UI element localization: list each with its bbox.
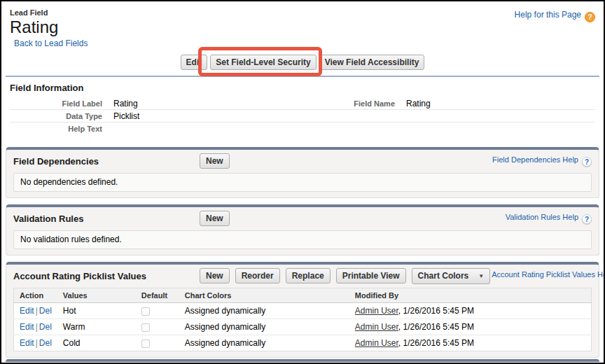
help-icon[interactable]: ? <box>585 12 595 22</box>
help-text-label: Help Text <box>10 125 113 133</box>
chart-color-value: Assigned dynamically <box>179 319 349 335</box>
entity-label: Lead Field <box>10 8 595 18</box>
action-separator: | <box>36 338 38 348</box>
validation-rules-title: Validation Rules <box>13 214 198 224</box>
field-information-left-column: Field Label Rating Data Type Picklist He… <box>10 97 302 135</box>
printable-view-button[interactable]: Printable View <box>336 268 406 284</box>
detail-toolbar: EditSet Field-Level SecurityView Field A… <box>6 49 599 77</box>
modified-by-link[interactable]: Admin User <box>355 306 398 316</box>
column-header-values: Values <box>57 288 136 303</box>
modified-date: , 1/26/2016 5:45 PM <box>398 306 474 316</box>
modified-by-link[interactable]: Admin User <box>355 338 398 348</box>
field-dependencies-section: Field Dependencies New Field Dependencie… <box>6 147 599 198</box>
action-separator: | <box>36 322 38 332</box>
replace-button[interactable]: Replace <box>286 268 331 284</box>
picklist-values-help-link[interactable]: Account Rating Picklist Values Help <box>492 270 605 279</box>
column-header-modified-by: Modified By <box>349 288 592 303</box>
new-dependency-button[interactable]: New <box>200 153 230 169</box>
column-header-default: Default <box>136 288 179 303</box>
picklist-values-help: Account Rating Picklist Values Help? <box>492 270 605 281</box>
field-dependencies-empty-message: No dependencies defined. <box>13 173 592 192</box>
action-separator: | <box>36 306 38 316</box>
table-row: Edit|Del Hot Assigned dynamically Admin … <box>14 303 592 319</box>
field-information-title: Field Information <box>10 83 595 93</box>
del-link[interactable]: Del <box>39 338 52 348</box>
modified-by-link[interactable]: Admin User <box>355 322 398 332</box>
picklist-values-table: Action Values Default Chart Colors Modif… <box>13 288 592 351</box>
detail-row: Field Label Rating <box>10 97 302 110</box>
question-mark-icon[interactable]: ? <box>582 214 592 224</box>
question-mark-icon[interactable]: ? <box>582 157 592 167</box>
modified-date: , 1/26/2016 5:45 PM <box>398 322 474 332</box>
column-header-action: Action <box>14 288 57 303</box>
picklist-value: Warm <box>57 319 136 335</box>
detail-row: Field Name Rating <box>302 97 595 110</box>
highlight-annotation-box <box>198 47 321 76</box>
new-validation-rule-button[interactable]: New <box>200 211 230 226</box>
validation-rules-help: Validation Rules Help? <box>506 213 592 224</box>
picklist-values-title: Account Rating Picklist Values <box>13 271 198 281</box>
default-checkbox[interactable] <box>141 307 150 316</box>
default-checkbox[interactable] <box>141 340 150 348</box>
modified-date: , 1/26/2016 5:45 PM <box>398 338 474 348</box>
chart-color-value: Assigned dynamically <box>179 335 349 351</box>
page-header: Lead Field Rating Back to Lead Fields He… <box>1 1 604 49</box>
chart-colors-dropdown-label: Chart Colors <box>418 271 469 281</box>
detail-row: Help Text <box>10 122 302 135</box>
view-field-accessibility-button[interactable]: View Field Accessibility <box>319 55 425 70</box>
column-header-chart-colors: Chart Colors <box>179 288 349 303</box>
validation-rules-help-link[interactable]: Validation Rules Help <box>506 213 578 221</box>
validation-rules-section: Validation Rules New Validation Rules He… <box>6 204 599 255</box>
detail-row: Data Type Picklist <box>10 110 302 122</box>
chevron-down-icon: ▼ <box>478 271 484 282</box>
edit-link[interactable]: Edit <box>20 338 34 348</box>
validation-rules-header: Validation Rules New Validation Rules He… <box>13 211 592 225</box>
chart-colors-dropdown-button[interactable]: Chart Colors▼ <box>412 268 491 284</box>
field-information-right-column: Field Name Rating <box>302 97 595 135</box>
edit-link[interactable]: Edit <box>20 322 34 332</box>
detail-row-empty <box>302 122 595 135</box>
field-information-grid: Field Label Rating Data Type Picklist He… <box>10 97 595 135</box>
new-picklist-value-button[interactable]: New <box>200 268 230 284</box>
field-label-label: Field Label <box>10 99 113 108</box>
table-row: Edit|Del Warm Assigned dynamically Admin… <box>14 319 592 335</box>
help-for-this-page-link[interactable]: Help for this Page <box>515 10 581 20</box>
picklist-values-header: Account Rating Picklist Values New Reord… <box>13 269 592 283</box>
data-type-value: Picklist <box>113 111 139 121</box>
picklist-value: Hot <box>57 303 136 319</box>
field-information-section: Field Information Field Label Rating Dat… <box>1 77 604 141</box>
next-section-top-border <box>6 359 599 362</box>
table-row: Edit|Del Cold Assigned dynamically Admin… <box>14 335 592 351</box>
field-name-label: Field Name <box>302 99 406 108</box>
page: Lead Field Rating Back to Lead Fields He… <box>0 0 605 364</box>
field-label-value: Rating <box>113 99 138 108</box>
field-dependencies-help-link[interactable]: Field Dependencies Help <box>492 155 578 164</box>
del-link[interactable]: Del <box>39 306 52 316</box>
edit-link[interactable]: Edit <box>20 306 34 316</box>
page-title: Rating <box>10 18 595 36</box>
chart-color-value: Assigned dynamically <box>179 303 349 319</box>
del-link[interactable]: Del <box>39 322 52 332</box>
reorder-button[interactable]: Reorder <box>235 268 280 284</box>
field-dependencies-title: Field Dependencies <box>13 156 198 167</box>
field-dependencies-header: Field Dependencies New Field Dependencie… <box>13 154 592 168</box>
picklist-values-section: Account Rating Picklist Values New Reord… <box>6 262 599 358</box>
picklist-value: Cold <box>57 335 136 351</box>
field-name-value: Rating <box>406 99 431 108</box>
page-help: Help for this Page? <box>515 10 595 22</box>
data-type-label: Data Type <box>10 112 113 120</box>
table-header-row: Action Values Default Chart Colors Modif… <box>14 288 592 303</box>
validation-rules-empty-message: No validation rules defined. <box>13 230 592 249</box>
back-to-lead-fields-link[interactable]: Back to Lead Fields <box>14 38 88 48</box>
default-checkbox[interactable] <box>141 323 150 332</box>
field-dependencies-help: Field Dependencies Help? <box>492 155 592 167</box>
detail-row-empty <box>302 110 595 122</box>
